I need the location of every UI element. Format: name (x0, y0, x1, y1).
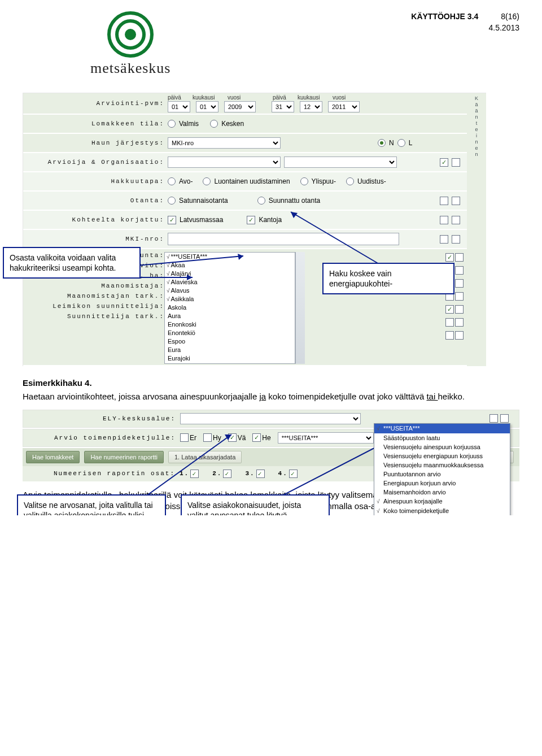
label-ely: ELY-keskusalue: (23, 415, 180, 422)
from-month[interactable]: 01 (196, 101, 218, 112)
check-korjattu-b[interactable] (452, 216, 460, 224)
radio-ylispuu[interactable] (300, 177, 308, 185)
arrow-to-grades (147, 432, 237, 500)
check-arvioija-a[interactable] (440, 158, 448, 167)
label-suunnittelija-tark: Suunnittelija tark.: (23, 313, 168, 320)
check-ely-b[interactable] (500, 414, 509, 423)
svg-line-7 (291, 212, 379, 264)
example-body: Haetaan arviointikohteet, joissa arvosan… (23, 391, 519, 402)
target-icon (107, 11, 154, 58)
check-mki-a[interactable] (440, 235, 448, 244)
svg-line-9 (147, 435, 231, 496)
page-number: 8(16) (501, 11, 519, 23)
radio-valmis[interactable] (168, 120, 176, 128)
organisaatio-select[interactable] (284, 157, 397, 168)
label-arviointi-pvm: Arviointi-pvm: (23, 100, 168, 107)
radio-suunnattu[interactable] (257, 197, 265, 205)
arvioija-select[interactable] (168, 157, 281, 168)
btn-hae-lomakkeet[interactable]: Hae lomakkeet (26, 451, 80, 463)
brand-name: metsäkeskus (90, 60, 171, 77)
brand-block: metsäkeskus (90, 11, 171, 77)
to-month[interactable]: 12 (300, 101, 322, 112)
radio-avo[interactable] (168, 177, 176, 185)
check-korjattu-a[interactable] (440, 216, 448, 224)
check-latvusmassa[interactable] (168, 216, 176, 224)
check-maanotark-a[interactable] (445, 305, 454, 314)
doc-title: KÄYTTÖOHJE 3.4 (411, 12, 478, 21)
example-title: Esimerkkihaku 4. (23, 377, 519, 389)
check-leim-b[interactable] (455, 318, 464, 327)
from-day[interactable]: 01 (168, 101, 190, 112)
check-maanotark-b[interactable] (455, 305, 464, 314)
svg-line-3 (130, 256, 243, 266)
search-form-screenshot: Käänteinen Arviointi-pvm: päivä kuukausi… (23, 93, 486, 366)
radio-kesken[interactable] (210, 120, 218, 128)
label-otanta: Otanta: (23, 197, 168, 204)
grade-form-screenshot: ELY-keskusalue: Arvio toimenpideketjulle… (23, 410, 519, 481)
check-ely-a[interactable] (489, 414, 498, 423)
check-arvioija-b[interactable] (452, 158, 460, 167)
inverse-column: Käänteinen (467, 93, 486, 366)
arvio-dropdown[interactable]: √***USEITA***Säästöpuuston laatuVesiensu… (374, 423, 510, 516)
check-mki-b[interactable] (452, 235, 460, 244)
label-mki-nro: MKI-nro: (23, 236, 168, 242)
radio-l[interactable] (397, 139, 405, 147)
check-num3[interactable] (256, 470, 265, 478)
callout-multiselect: Osasta valikoita voidaan valita hakukrit… (3, 247, 141, 279)
radio-n[interactable] (378, 139, 386, 147)
label-arvioija: Arvioija & Organisaatio: (23, 159, 168, 166)
callout-valitse-asiakokonaisuudet: Valitse asiakokonaisuudet, joista valitu… (181, 494, 330, 516)
check-kunta-b[interactable] (455, 253, 464, 262)
check-leim-a[interactable] (445, 318, 454, 327)
check-otanta-b[interactable] (452, 197, 460, 205)
check-otanta-a[interactable] (440, 197, 448, 205)
check-kunta-a[interactable] (445, 253, 454, 262)
scrollbar[interactable] (295, 252, 305, 364)
label-haun-jarjestys: Haun järjestys: (23, 140, 168, 146)
check-he[interactable] (252, 433, 261, 442)
svg-point-2 (125, 29, 136, 40)
label-hakkuutapa: Hakkuutapa: (23, 178, 168, 185)
example-section: Esimerkkihaku 4. Haetaan arviointikohtee… (23, 377, 519, 403)
arrow-to-kuviot (130, 274, 198, 302)
radio-uudistus[interactable] (346, 177, 354, 185)
radio-luontainen[interactable] (203, 177, 211, 185)
doc-date: 4.5.2013 (411, 23, 519, 34)
page-header: metsäkeskus KÄYTTÖOHJE 3.48(16) 4.5.2013 (23, 11, 519, 77)
check-maano-b[interactable] (455, 292, 464, 301)
document-meta: KÄYTTÖOHJE 3.48(16) 4.5.2013 (411, 11, 519, 33)
check-ala-b[interactable] (455, 279, 464, 288)
callout-energiapuu: Haku koskee vain energiapuukohtei- (322, 263, 454, 294)
radio-satunnais[interactable] (168, 197, 176, 205)
to-day[interactable]: 31 (272, 101, 294, 112)
arrow-to-kantoja (289, 210, 390, 266)
check-suunn-a[interactable] (445, 331, 454, 340)
check-suunn-b[interactable] (455, 331, 464, 340)
ely-select[interactable] (180, 413, 361, 424)
label-lomakkeen-tila: Lomakkeen tila: (23, 120, 168, 127)
sort-select[interactable]: MKI-nro (168, 137, 281, 149)
check-kantoja[interactable] (247, 216, 255, 224)
to-year[interactable]: 2011 (328, 101, 360, 112)
callout-valitse-arvosanat: Valitse ne arvosanat, joita valitulla ta… (17, 494, 166, 516)
svg-marker-6 (187, 275, 193, 280)
label-korjattu: Kohteelta korjattu: (23, 216, 168, 223)
svg-marker-4 (238, 254, 243, 260)
check-kuviot-b[interactable] (455, 266, 464, 275)
from-year[interactable]: 2009 (224, 101, 256, 112)
